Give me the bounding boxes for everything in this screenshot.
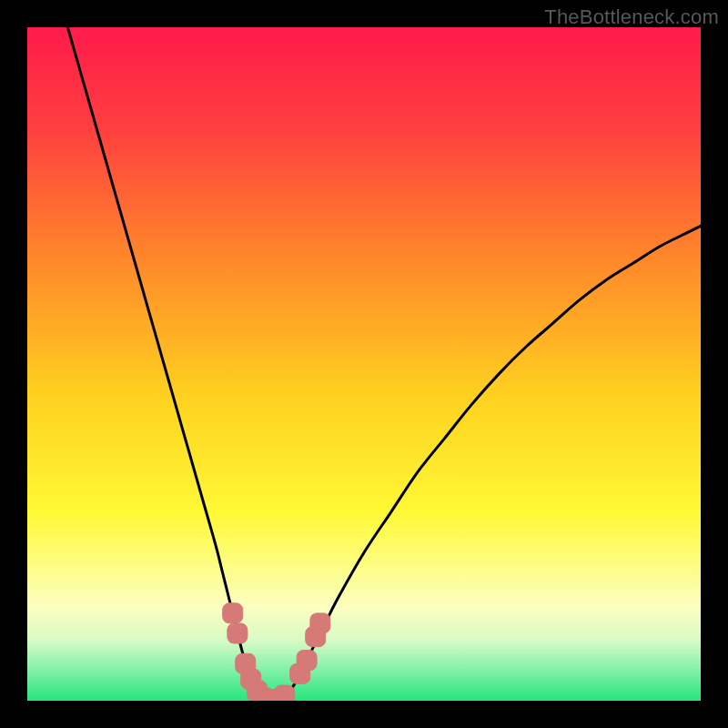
- marker-point: [297, 651, 317, 671]
- marker-point: [275, 685, 295, 701]
- marker-point: [310, 613, 330, 633]
- chart-frame: TheBottleneck.com: [0, 0, 728, 728]
- plot-area: [27, 27, 701, 701]
- data-markers: [27, 27, 701, 701]
- watermark-label: TheBottleneck.com: [544, 5, 719, 29]
- marker-point: [228, 623, 248, 643]
- marker-point: [223, 603, 243, 623]
